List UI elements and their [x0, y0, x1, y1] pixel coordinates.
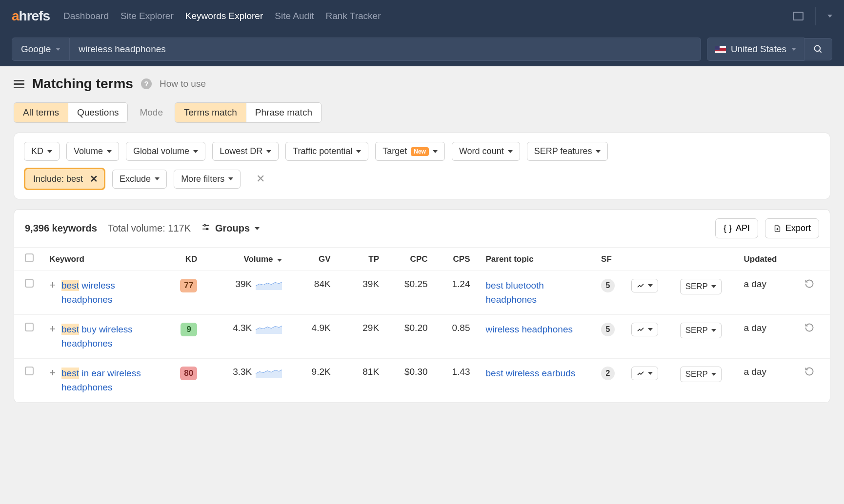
nav-item-dashboard[interactable]: Dashboard — [63, 11, 109, 21]
col-keyword[interactable]: Keyword — [44, 248, 166, 271]
chevron-down-icon — [107, 150, 112, 153]
col-sf[interactable]: SF — [596, 248, 626, 271]
col-tp[interactable]: TP — [336, 248, 384, 271]
filter-volume[interactable]: Volume — [66, 142, 119, 161]
search-bar: Google United States — [0, 32, 844, 66]
nav-item-rank-tracker[interactable]: Rank Tracker — [326, 11, 381, 21]
country-select[interactable]: United States — [707, 38, 804, 61]
col-cps[interactable]: CPS — [433, 248, 475, 271]
menu-icon[interactable] — [14, 80, 24, 88]
refresh-button[interactable] — [804, 280, 814, 291]
filter-global-volume[interactable]: Global volume — [126, 142, 205, 161]
sf-badge[interactable]: 5 — [601, 323, 615, 336]
table-row: +best wireless headphones7739K84K39K$0.2… — [14, 271, 830, 315]
sort-desc-icon — [277, 259, 282, 262]
search-engine-select[interactable]: Google — [12, 38, 70, 61]
serp-button[interactable]: SERP — [680, 367, 722, 382]
help-icon[interactable]: ? — [141, 78, 152, 89]
nav-item-keywords-explorer[interactable]: Keywords Explorer — [185, 11, 263, 21]
tab-terms-match[interactable]: Terms match — [175, 103, 246, 122]
chevron-down-icon — [711, 285, 716, 288]
results-summary-row: 9,396 keywords Total volume: 117K Groups… — [14, 210, 830, 248]
volume-value: 4.3K — [233, 323, 252, 333]
trend-icon — [637, 326, 644, 333]
tp-value: 81K — [336, 359, 384, 403]
parent-topic-link[interactable]: best wireless earbuds — [486, 368, 576, 378]
refresh-button[interactable] — [804, 324, 814, 334]
table-header-row: Keyword KD Volume GV TP CPC CPS Parent t… — [14, 248, 830, 271]
cps-value: 0.85 — [433, 315, 475, 359]
search-button[interactable] — [804, 38, 832, 60]
keyword-link[interactable]: best in ear wireless headphones — [61, 367, 161, 394]
chevron-down-icon — [47, 150, 52, 153]
help-text[interactable]: How to use — [160, 78, 206, 89]
expand-icon[interactable]: + — [49, 323, 56, 335]
search-engine-label: Google — [21, 44, 51, 55]
filter-traffic-potential[interactable]: Traffic potential — [285, 142, 368, 161]
keyword-count: 9,396 keywords — [25, 223, 97, 234]
parent-topic-link[interactable]: best bluetooth headphones — [486, 280, 544, 305]
serp-button[interactable]: SERP — [680, 323, 722, 338]
filter-lowest-dr[interactable]: Lowest DR — [212, 142, 279, 161]
svg-point-5 — [206, 228, 208, 230]
filter-kd[interactable]: KD — [24, 142, 60, 161]
keyword-link[interactable]: best buy wireless headphones — [61, 323, 161, 350]
filter-word-count[interactable]: Word count — [452, 142, 520, 161]
include-filter-pill[interactable]: Include: best ✕ — [24, 168, 105, 190]
keyword-input[interactable] — [70, 38, 701, 61]
nav-item-site-explorer[interactable]: Site Explorer — [121, 11, 174, 21]
search-icon — [813, 44, 823, 54]
chevron-down-icon — [228, 177, 233, 180]
col-volume[interactable]: Volume — [202, 248, 287, 271]
groups-button[interactable]: Groups — [201, 223, 260, 234]
clear-filters-icon[interactable]: ✕ — [254, 173, 267, 185]
updated-value: a day — [739, 315, 799, 359]
col-updated[interactable]: Updated — [739, 248, 799, 271]
select-all-checkbox[interactable] — [25, 253, 34, 262]
col-parent-topic[interactable]: Parent topic — [475, 248, 597, 271]
tp-value: 39K — [336, 271, 384, 315]
sf-badge[interactable]: 5 — [601, 279, 615, 292]
row-checkbox[interactable] — [25, 323, 34, 331]
serp-button[interactable]: SERP — [680, 279, 722, 294]
expand-icon[interactable]: + — [49, 279, 56, 291]
table-row: +best in ear wireless headphones803.3K9.… — [14, 359, 830, 403]
refresh-button[interactable] — [804, 368, 814, 378]
row-checkbox[interactable] — [25, 367, 34, 375]
trend-button[interactable] — [631, 279, 658, 292]
gv-value: 4.9K — [287, 315, 335, 359]
monitor-icon[interactable] — [793, 12, 804, 20]
tab-phrase-match[interactable]: Phrase match — [246, 103, 321, 122]
api-button[interactable]: { } API — [715, 218, 758, 238]
expand-icon[interactable]: + — [49, 367, 56, 379]
parent-topic-link[interactable]: wireless headphones — [486, 324, 573, 334]
col-gv[interactable]: GV — [287, 248, 335, 271]
nav-item-site-audit[interactable]: Site Audit — [275, 11, 314, 21]
chevron-down-icon — [266, 150, 271, 153]
keyword-link[interactable]: best wireless headphones — [61, 279, 161, 307]
mode-label: Mode — [137, 107, 166, 118]
filter-exclude[interactable]: Exclude — [112, 170, 167, 189]
account-dropdown-caret[interactable] — [827, 15, 832, 18]
filter-target[interactable]: TargetNew — [375, 142, 445, 161]
export-button[interactable]: Export — [765, 218, 819, 238]
chevron-down-icon — [791, 48, 796, 51]
col-kd[interactable]: KD — [166, 248, 202, 271]
close-icon[interactable]: ✕ — [90, 173, 98, 185]
svg-point-0 — [815, 46, 821, 52]
tab-all-terms[interactable]: All terms — [14, 103, 68, 122]
chevron-down-icon — [56, 48, 60, 51]
chevron-down-icon — [255, 227, 260, 230]
col-cpc[interactable]: CPC — [384, 248, 432, 271]
row-checkbox[interactable] — [25, 279, 34, 288]
trend-button[interactable] — [631, 367, 658, 380]
new-badge: New — [411, 147, 429, 156]
trend-button[interactable] — [631, 323, 658, 336]
tab-questions[interactable]: Questions — [68, 103, 128, 122]
ahrefs-logo[interactable]: ahrefs — [12, 8, 50, 24]
tp-value: 29K — [336, 315, 384, 359]
sf-badge[interactable]: 2 — [601, 367, 615, 380]
filter-more-filters[interactable]: More filters — [174, 170, 241, 189]
filter-serp-features[interactable]: SERP features — [527, 142, 608, 161]
chevron-down-icon — [155, 177, 160, 180]
